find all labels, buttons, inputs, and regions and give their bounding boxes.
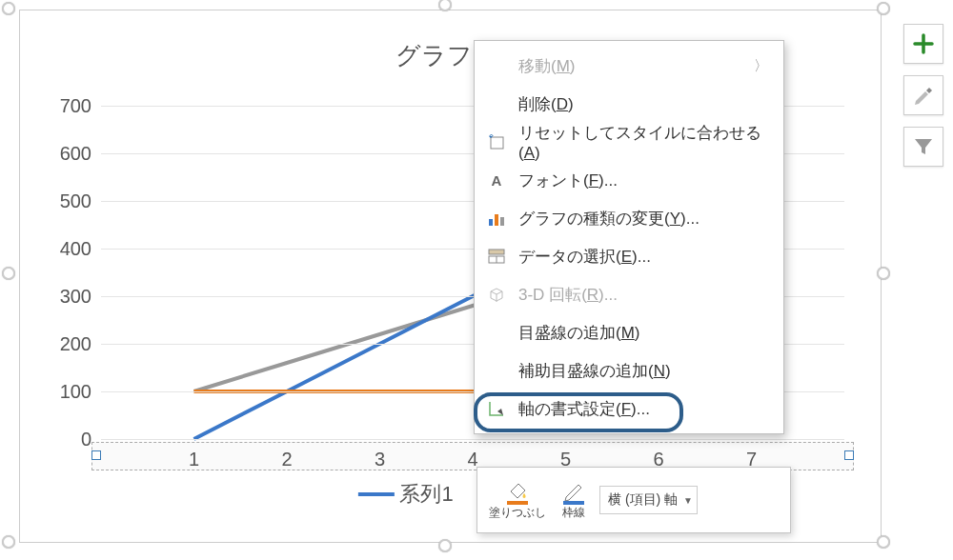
menu-3d-rotation: 3-D 回転(R)...	[475, 275, 783, 313]
y-tick-label: 300	[44, 286, 91, 308]
menu-delete[interactable]: 削除(D)	[475, 85, 783, 123]
brush-icon	[912, 84, 935, 107]
legend-swatch	[357, 492, 394, 496]
menu-select-data[interactable]: データの選択(E)...	[475, 237, 783, 275]
outline-button[interactable]: 枠線	[556, 470, 592, 530]
svg-rect-1	[489, 219, 493, 226]
mini-toolbar: 塗りつぶし 枠線 横 (項目) 軸 ▼	[476, 467, 791, 533]
funnel-icon	[913, 136, 934, 157]
axis-handle[interactable]	[91, 450, 101, 460]
resize-handle[interactable]	[877, 2, 890, 15]
reset-icon	[486, 131, 507, 152]
x-tick-label: 2	[281, 449, 292, 470]
chart-styles-button[interactable]	[903, 75, 943, 115]
chart-filter-button[interactable]	[903, 127, 943, 167]
menu-add-gridlines[interactable]: 目盛線の追加(M)	[475, 313, 783, 351]
menu-move: 移動(M) 〉	[475, 47, 783, 85]
resize-handle[interactable]	[877, 267, 890, 280]
y-tick-label: 100	[44, 381, 91, 403]
legend-label: 系列1	[399, 480, 453, 509]
bar-chart-icon	[486, 208, 507, 229]
menu-reset-style[interactable]: リセットしてスタイルに合わせる(A)	[475, 123, 783, 161]
blank-icon	[486, 322, 507, 343]
y-tick-label: 700	[44, 95, 91, 117]
chevron-down-icon: ▼	[683, 495, 693, 506]
svg-rect-4	[489, 250, 504, 254]
blank-icon	[486, 360, 507, 381]
y-tick-label: 600	[44, 143, 91, 165]
selector-value: 横 (項目) 軸	[608, 491, 678, 509]
blank-icon	[486, 93, 507, 114]
svg-rect-0	[491, 137, 503, 149]
x-tick-label: 1	[189, 449, 199, 470]
legend-item-1[interactable]: 系列1	[357, 480, 453, 509]
resize-handle[interactable]	[2, 2, 15, 15]
format-axis-icon	[486, 398, 507, 419]
blank-icon	[486, 55, 507, 76]
pen-outline-icon	[561, 480, 586, 505]
svg-rect-2	[495, 214, 498, 226]
chart-elements-button[interactable]	[903, 24, 943, 64]
y-tick-label: 0	[44, 429, 91, 450]
svg-rect-8	[563, 501, 584, 505]
svg-rect-3	[500, 217, 504, 226]
cube-icon	[486, 284, 507, 305]
y-tick-label: 500	[44, 190, 91, 212]
fill-label: 塗りつぶし	[489, 507, 546, 519]
y-tick-label: 400	[44, 238, 91, 260]
axis-handle[interactable]	[844, 450, 854, 460]
plus-icon	[913, 33, 934, 54]
chart-side-tools	[903, 24, 943, 167]
y-tick-label: 200	[44, 333, 91, 355]
font-icon: A	[486, 170, 507, 190]
menu-format-axis[interactable]: 軸の書式設定(F)...	[475, 390, 783, 428]
resize-handle[interactable]	[438, 539, 452, 552]
resize-handle[interactable]	[2, 535, 15, 549]
menu-font[interactable]: A フォント(F)...	[475, 161, 783, 199]
chevron-right-icon: 〉	[754, 57, 768, 75]
gridline	[101, 439, 844, 440]
select-data-icon	[486, 246, 507, 267]
outline-label: 枠線	[562, 507, 585, 519]
fill-button[interactable]: 塗りつぶし	[483, 470, 552, 530]
menu-add-minor-gridlines[interactable]: 補助目盛線の追加(N)	[475, 351, 783, 390]
resize-handle[interactable]	[877, 535, 890, 549]
svg-rect-7	[507, 501, 528, 505]
chart-element-selector[interactable]: 横 (項目) 軸 ▼	[599, 486, 698, 514]
paint-bucket-icon	[505, 480, 530, 505]
context-menu: 移動(M) 〉 削除(D) リセットしてスタイルに合わせる(A) A フォント(…	[474, 40, 784, 434]
menu-change-chart-type[interactable]: グラフの種類の変更(Y)...	[475, 199, 783, 237]
resize-handle[interactable]	[2, 267, 15, 280]
x-tick-label: 3	[375, 449, 385, 470]
